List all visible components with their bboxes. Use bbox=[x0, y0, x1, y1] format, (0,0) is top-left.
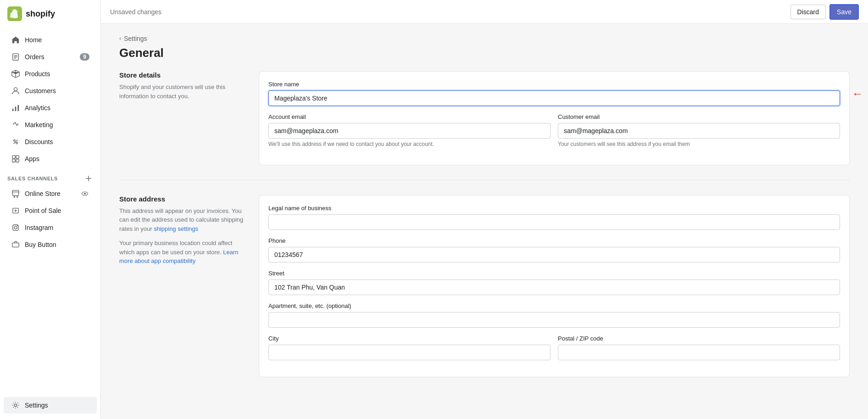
page-content: ‹ Settings General Store details Shopify… bbox=[101, 24, 868, 419]
page-title: General bbox=[119, 46, 850, 60]
shipping-settings-link[interactable]: shipping settings bbox=[154, 225, 198, 232]
settings-icon bbox=[11, 401, 20, 410]
account-email-group: Account email We'll use this address if … bbox=[268, 113, 551, 148]
street-label: Street bbox=[268, 270, 840, 277]
sidebar-item-orders[interactable]: Orders 9 bbox=[4, 49, 97, 65]
svg-point-21 bbox=[84, 193, 86, 195]
topbar-actions: Discard Save bbox=[790, 4, 859, 20]
sidebar-item-buy-button[interactable]: Buy Button bbox=[4, 236, 97, 253]
svg-point-26 bbox=[14, 226, 17, 229]
save-button[interactable]: Save bbox=[829, 4, 859, 20]
sidebar-apps-label: Apps bbox=[25, 155, 89, 162]
account-email-input[interactable] bbox=[268, 123, 551, 139]
svg-point-29 bbox=[14, 404, 17, 406]
sidebar-item-products[interactable]: Products bbox=[4, 66, 97, 82]
street-input[interactable] bbox=[268, 279, 840, 295]
customer-email-hint: Your customers will see this address if … bbox=[558, 140, 840, 148]
apps-icon bbox=[11, 154, 20, 163]
apartment-label: Apartment, suite, etc. (optional) bbox=[268, 302, 840, 309]
products-icon bbox=[11, 69, 20, 78]
online-store-actions bbox=[80, 189, 89, 198]
sidebar-item-online-store[interactable]: Online Store bbox=[4, 185, 97, 202]
postal-input[interactable] bbox=[558, 345, 840, 360]
city-group: City bbox=[268, 335, 551, 360]
customers-icon bbox=[11, 86, 20, 95]
customer-email-input[interactable] bbox=[558, 123, 840, 139]
svg-point-18 bbox=[14, 196, 15, 197]
svg-rect-13 bbox=[16, 156, 19, 158]
svg-rect-28 bbox=[12, 243, 19, 247]
store-address-info: Store address This address will appear o… bbox=[119, 195, 248, 377]
store-details-info: Store details Shopify and your customers… bbox=[119, 71, 248, 165]
apartment-input[interactable] bbox=[268, 312, 840, 328]
sidebar-item-home[interactable]: Home bbox=[4, 32, 97, 48]
city-input[interactable] bbox=[268, 345, 551, 360]
online-store-eye-button[interactable] bbox=[80, 189, 89, 198]
marketing-icon bbox=[11, 120, 20, 129]
svg-point-19 bbox=[17, 196, 18, 197]
orders-icon bbox=[11, 52, 20, 61]
account-email-hint: We'll use this address if we need to con… bbox=[268, 140, 551, 148]
customer-email-label: Customer email bbox=[558, 113, 840, 120]
sidebar-logo[interactable]: shopify bbox=[0, 0, 100, 28]
legal-name-group: Legal name of business bbox=[268, 205, 840, 230]
store-name-group: Store name ← bbox=[268, 81, 840, 106]
sidebar-analytics-label: Analytics bbox=[25, 104, 89, 112]
topbar: Unsaved changes Discard Save bbox=[101, 0, 868, 24]
point-of-sale-icon bbox=[11, 206, 20, 215]
legal-name-input[interactable] bbox=[268, 214, 840, 230]
instagram-icon bbox=[11, 223, 20, 232]
svg-rect-14 bbox=[12, 159, 15, 162]
discounts-icon bbox=[11, 137, 20, 146]
sidebar-item-discounts[interactable]: Discounts bbox=[4, 134, 97, 150]
city-postal-row: City Postal / ZIP code bbox=[268, 335, 840, 368]
orders-badge: 9 bbox=[80, 53, 89, 61]
store-details-desc: Shopify and your customers will use this… bbox=[119, 83, 248, 101]
sidebar-item-marketing[interactable]: Marketing bbox=[4, 117, 97, 133]
sidebar-item-instagram[interactable]: Instagram bbox=[4, 219, 97, 236]
street-group: Street bbox=[268, 270, 840, 295]
sidebar-navigation: Home Orders 9 Products bbox=[0, 28, 100, 397]
svg-point-9 bbox=[14, 140, 16, 142]
svg-point-5 bbox=[14, 88, 17, 91]
sidebar-item-analytics[interactable]: Analytics bbox=[4, 100, 97, 116]
svg-point-10 bbox=[16, 142, 18, 144]
store-address-title: Store address bbox=[119, 195, 248, 203]
svg-rect-8 bbox=[18, 105, 19, 112]
sidebar-home-label: Home bbox=[25, 36, 89, 44]
shopify-logo-icon bbox=[7, 6, 22, 21]
sidebar-marketing-label: Marketing bbox=[25, 121, 89, 128]
store-name-input[interactable] bbox=[268, 90, 840, 106]
sidebar-item-apps[interactable]: Apps bbox=[4, 151, 97, 167]
buy-button-icon bbox=[11, 240, 20, 249]
store-address-card: Legal name of business Phone Street Apar… bbox=[259, 195, 850, 377]
sidebar-item-customers[interactable]: Customers bbox=[4, 83, 97, 99]
red-arrow-indicator: ← bbox=[852, 87, 863, 100]
apartment-group: Apartment, suite, etc. (optional) bbox=[268, 302, 840, 328]
breadcrumb[interactable]: ‹ Settings bbox=[119, 35, 850, 42]
phone-group: Phone bbox=[268, 237, 840, 263]
discard-button[interactable]: Discard bbox=[790, 5, 826, 19]
sidebar-products-label: Products bbox=[25, 70, 89, 78]
sidebar-item-point-of-sale[interactable]: Point of Sale bbox=[4, 202, 97, 219]
store-address-section: Store address This address will appear o… bbox=[119, 195, 850, 392]
svg-rect-6 bbox=[12, 109, 14, 111]
sidebar-discounts-label: Discounts bbox=[25, 138, 89, 145]
store-address-desc2: Your primary business location could aff… bbox=[119, 239, 248, 266]
account-email-label: Account email bbox=[268, 113, 551, 120]
customer-email-group: Customer email Your customers will see t… bbox=[558, 113, 840, 156]
sidebar: shopify Home Orders 9 bbox=[0, 0, 101, 419]
sidebar-item-settings[interactable]: Settings bbox=[4, 397, 97, 413]
logo-text: shopify bbox=[26, 9, 55, 19]
sidebar-customers-label: Customers bbox=[25, 87, 89, 95]
postal-label: Postal / ZIP code bbox=[558, 335, 840, 342]
svg-rect-12 bbox=[12, 156, 15, 158]
analytics-icon bbox=[11, 103, 20, 112]
svg-rect-15 bbox=[16, 159, 19, 162]
phone-input[interactable] bbox=[268, 247, 840, 263]
buy-button-label: Buy Button bbox=[25, 241, 56, 248]
unsaved-changes-notice: Unsaved changes bbox=[110, 8, 785, 16]
sales-channels-header: SALES CHANNELS bbox=[0, 168, 100, 185]
instagram-label: Instagram bbox=[25, 224, 53, 231]
add-sales-channel-button[interactable] bbox=[84, 174, 93, 183]
